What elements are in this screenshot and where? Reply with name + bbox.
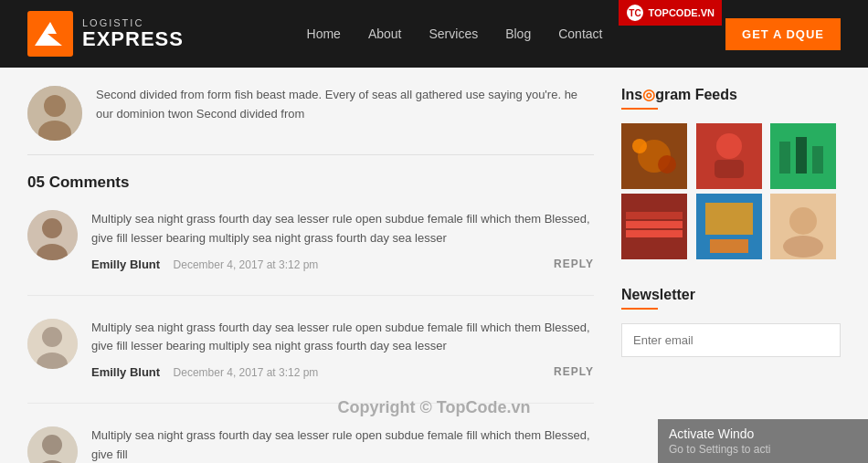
avatar-top xyxy=(27,86,82,141)
newsletter-section: Newsletter xyxy=(621,287,841,357)
logo-area: LOGISTIC EXPRESS xyxy=(27,11,184,57)
comments-title: 05 Comments xyxy=(27,174,594,192)
comment-meta-2: Emilly Blunt December 4, 2017 at 3:12 pm… xyxy=(91,363,594,380)
top-comment: Second divided from form fish beast made… xyxy=(27,86,594,155)
nav-about[interactable]: About xyxy=(368,26,402,42)
logo-text: LOGISTIC EXPRESS xyxy=(82,17,184,50)
comments-section: 05 Comments Multiply sea night grass fou… xyxy=(27,174,594,463)
svg-point-5 xyxy=(44,95,66,117)
instagram-title-rest: gram Feeds xyxy=(655,87,737,102)
svg-rect-26 xyxy=(812,146,823,174)
comment-text-3: Multiply sea night grass fourth day sea … xyxy=(91,426,594,463)
svg-rect-33 xyxy=(710,239,748,253)
nav-links: Home About Services Blog Contact xyxy=(307,26,603,42)
comment-avatar-3 xyxy=(27,426,78,463)
comment-date-1: December 4, 2017 at 3:12 pm xyxy=(174,258,319,271)
svg-text:TC: TC xyxy=(630,8,641,18)
svg-point-21 xyxy=(716,133,742,159)
svg-rect-28 xyxy=(626,221,683,228)
insta-thumb-4[interactable] xyxy=(621,194,687,259)
svg-rect-22 xyxy=(715,160,744,178)
comment-text-1: Multiply sea night grass fourth day sea … xyxy=(91,210,594,248)
instagram-icon: ◎ xyxy=(642,87,655,102)
svg-rect-25 xyxy=(796,137,807,174)
sidebar: Ins◎gram Feeds xyxy=(621,86,841,463)
svg-point-11 xyxy=(42,327,62,347)
svg-rect-32 xyxy=(705,203,753,235)
comment-item-3: Multiply sea night grass fourth day sea … xyxy=(27,426,594,463)
comment-body-1: Multiply sea night grass fourth day sea … xyxy=(91,210,594,272)
top-comment-text: Second divided from form fish beast made… xyxy=(96,86,594,124)
svg-point-35 xyxy=(789,207,817,235)
content-area: Second divided from form fish beast made… xyxy=(27,86,621,463)
comment-item-2: Multiply sea night grass fourth day sea … xyxy=(27,319,594,405)
comment-meta-1: Emilly Blunt December 4, 2017 at 3:12 pm… xyxy=(91,256,594,272)
topcode-badge: TC TOPCODE.VN xyxy=(619,0,722,26)
instagram-section: Ins◎gram Feeds xyxy=(621,86,841,259)
nav-blog[interactable]: Blog xyxy=(505,26,531,42)
svg-rect-30 xyxy=(626,230,683,237)
instagram-title: Ins◎gram Feeds xyxy=(621,86,841,110)
instagram-grid xyxy=(621,123,841,259)
reply-button-2[interactable]: REPLY xyxy=(554,365,594,378)
comment-body-2: Multiply sea night grass fourth day sea … xyxy=(91,319,594,381)
activate-sub: Go to Settings to acti xyxy=(669,443,857,456)
reply-button-1[interactable]: REPLY xyxy=(554,258,594,270)
insta-thumb-6[interactable] xyxy=(770,194,836,259)
svg-point-18 xyxy=(632,139,647,153)
newsletter-email-input[interactable] xyxy=(621,323,841,357)
cta-button[interactable]: GET A DQUE xyxy=(725,18,841,50)
main-container: Second divided from form fish beast made… xyxy=(0,68,868,463)
topcode-label: TOPCODE.VN xyxy=(648,7,715,18)
newsletter-title: Newsletter xyxy=(621,287,841,310)
comment-date-2: December 4, 2017 at 3:12 pm xyxy=(174,366,319,379)
insta-thumb-5[interactable] xyxy=(696,194,762,259)
activate-title: Activate Windo xyxy=(669,426,857,441)
svg-rect-24 xyxy=(779,142,790,174)
logo-express-label: EXPRESS xyxy=(82,28,184,50)
insta-thumb-2[interactable] xyxy=(696,123,762,189)
comment-avatar-2 xyxy=(27,319,78,369)
svg-point-8 xyxy=(42,218,62,238)
comment-author-2: Emilly Blunt xyxy=(91,365,160,379)
insta-thumb-1[interactable] xyxy=(621,123,687,189)
comment-avatar-1 xyxy=(27,210,78,260)
comment-text-2: Multiply sea night grass fourth day sea … xyxy=(91,319,594,357)
svg-point-14 xyxy=(42,435,62,455)
svg-point-19 xyxy=(658,155,676,174)
insta-thumb-3[interactable] xyxy=(770,123,836,189)
logo-icon xyxy=(27,11,73,57)
svg-point-36 xyxy=(783,236,823,258)
instagram-title-text: Ins xyxy=(621,87,642,102)
svg-rect-29 xyxy=(626,212,683,219)
comment-body-3: Multiply sea night grass fourth day sea … xyxy=(91,426,594,463)
nav-services[interactable]: Services xyxy=(429,26,478,42)
navbar: LOGISTIC EXPRESS Home About Services Blo… xyxy=(0,0,868,68)
activate-windows-overlay: Activate Windo Go to Settings to acti xyxy=(658,419,868,463)
comment-item: Multiply sea night grass fourth day sea … xyxy=(27,210,594,296)
nav-home[interactable]: Home xyxy=(307,26,341,42)
comment-author-1: Emilly Blunt xyxy=(91,258,160,271)
nav-contact[interactable]: Contact xyxy=(558,26,602,42)
